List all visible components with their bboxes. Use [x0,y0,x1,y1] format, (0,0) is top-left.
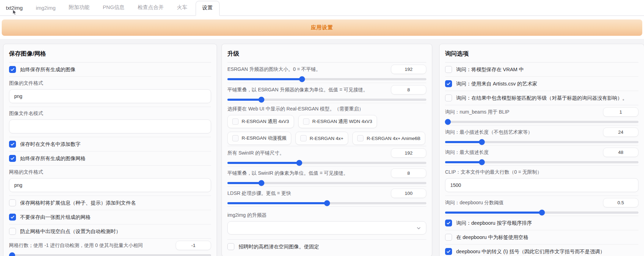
checkbox-unchecked[interactable] [445,66,452,73]
checkbox-checked[interactable] [445,220,452,226]
checkbox-unchecked[interactable] [445,234,452,241]
slider-track[interactable] [227,182,426,184]
setting-slider-row: 网格行数；使用 -1 进行自动检测，使用 0 使其与批量大小相同-1 [9,238,211,256]
chip-list: R-ESRGAN 通用 4xV3R-ESRGAN 通用 WDN 4xV3R-ES… [227,115,426,146]
slider-value-input[interactable]: 24 [603,127,638,137]
checkbox-unchecked[interactable] [232,118,239,125]
slider-knob[interactable] [539,210,545,216]
slider-value-input[interactable]: 100 [391,189,426,198]
slider-track[interactable] [227,202,426,204]
slider-head: 网格行数；使用 -1 进行自动检测，使用 0 使其与批量大小相同-1 [9,241,211,250]
setting-slider-row: 询问：deepbooru 分数阈值0.5 [445,196,638,216]
setting-checkbox-row: 询问：使用来自 Artists.csv 的艺术家 [445,76,638,91]
slider-track[interactable] [227,78,426,80]
setting-checkbox-row: deepbooru 中的转义 (\) 括号（因此它们用作文字括号而不是强调） [445,244,638,256]
slider-fill [445,212,542,214]
panel-title: 询问选项 [445,50,638,58]
text-input[interactable]: png [9,89,211,103]
checkbox-unchecked[interactable] [303,118,309,125]
tab-pnginfo[interactable]: PNG信息 [98,1,130,15]
checkbox-unchecked[interactable] [445,94,452,101]
slider-head: 所有 SwinIR 的平铺尺寸。192 [227,148,426,158]
slider-value-input[interactable]: -1 [176,241,211,250]
slider-knob[interactable] [479,159,485,165]
slider-knob[interactable] [259,97,265,103]
checkbox-unchecked[interactable] [232,135,239,141]
setting-checkbox-row: 招聘时的高档潜在空间图像。使固定 [227,239,426,254]
slider-track[interactable] [445,161,638,163]
setting-slider-row: 所有 SwinIR 的平铺尺寸。192 [227,146,426,166]
slider-knob[interactable] [9,253,15,256]
slider-track[interactable] [445,121,638,123]
slider-value-input[interactable]: 0.5 [603,198,638,207]
slider-fill [445,161,482,163]
slider-knob[interactable] [445,119,451,125]
field-label: 图像文件名模式 [9,110,211,117]
apply-settings-button[interactable]: 应用设置 [2,19,642,36]
checkbox-unchecked[interactable] [227,243,234,250]
slider-value-input[interactable]: 192 [391,65,426,74]
slider-track[interactable] [9,254,211,256]
checkbox-checked[interactable] [445,80,452,87]
group-label: 选择要在 Web UI 中显示的 Real-ESRGAN 模型。（需要重启） [227,106,426,112]
text-input[interactable]: png [9,178,211,192]
slider-track[interactable] [445,141,638,143]
text-input[interactable] [9,119,211,133]
tab-checkpoint-merger[interactable]: 检查点合并 [133,1,169,15]
panel-interrogate-header: 询问选项 [445,44,638,63]
slider-head: 询问：num_beams 用于 BLIP1 [445,107,638,117]
chip-label: R-ESRGAN 通用 WDN 4xV3 [312,118,373,125]
checkbox-label: 在 deepbooru 中为标签使用空格 [456,234,528,241]
slider-fill [227,99,262,101]
checkbox-label: 招聘时的高档潜在空间图像。使固定 [239,243,319,250]
model-chip[interactable]: R-ESRGAN 4x+ Anime6B [352,132,425,145]
field-label: CLIP：文本文件中的最大行数（0 = 无限制） [445,169,638,175]
slider-value-input[interactable]: 8 [391,168,426,178]
model-chip[interactable]: R-ESRGAN 通用 4xV3 [227,115,294,128]
slider-value-input[interactable]: 48 [603,148,638,157]
tab-settings[interactable]: 设置 [195,1,220,16]
slider-label: 平铺重叠，以 SwinIR 的像素为单位。低值 = 可见接缝。 [227,170,348,176]
checkbox-unchecked[interactable] [9,199,16,206]
setting-slider-row: ESRGAN 升频器的图块大小。0 = 不平铺。192 [227,63,426,83]
slider-label: 所有 SwinIR 的平铺尺寸。 [227,150,284,156]
slider-track[interactable] [227,99,426,101]
model-chip[interactable]: R-ESRGAN 4x+ [295,132,348,145]
slider-knob[interactable] [299,76,305,82]
slider-knob[interactable] [324,200,330,206]
setting-slider-row: 平铺重叠，以 SwinIR 的像素为单位。低值 = 可见接缝。8 [227,166,426,186]
tab-img2img[interactable]: img2img [31,1,61,15]
slider-value-input[interactable]: 1 [603,107,638,117]
checkbox-checked[interactable] [9,66,16,73]
slider-knob[interactable] [259,180,265,186]
model-chip[interactable]: R-ESRGAN 通用 WDN 4xV3 [298,115,377,128]
setting-text-row: 图像的文件格式png [9,76,211,107]
checkbox-checked[interactable] [445,248,452,255]
slider-label: 询问：最小描述长度（不包括艺术家等） [445,129,533,135]
setting-text-row: CLIP：文本文件中的最大行数（0 = 无限制）1500 [445,165,638,196]
checkbox-label: 防止网格中出现空白点（设置为自动检测时） [20,228,121,235]
field-label: 图像的文件格式 [9,80,211,86]
slider-value-input[interactable]: 8 [391,85,426,94]
slider-label: LDSR 处理步骤。更低 = 更快 [227,190,291,197]
checkbox-unchecked[interactable] [300,135,307,141]
tab-extras[interactable]: 附加功能 [64,1,95,15]
panel-upscale-header: 升级 [227,44,426,63]
setting-checkbox-row: 不要保存由一张图片组成的网格 [9,210,211,224]
checkbox-unchecked[interactable] [357,135,363,141]
slider-value-input[interactable]: 192 [391,148,426,158]
checkbox-unchecked[interactable] [9,228,16,235]
checkbox-checked[interactable] [9,155,16,162]
tab-train[interactable]: 火车 [172,1,193,15]
slider-knob[interactable] [479,139,485,145]
text-input[interactable]: 1500 [445,178,638,192]
upscaler-select[interactable] [227,221,426,234]
checkbox-checked[interactable] [9,141,16,148]
slider-head: 平铺重叠，以 ESRGAN 升频器的像素为单位。低值 = 可见接缝。8 [227,85,426,94]
slider-track[interactable] [445,212,638,214]
model-chip[interactable]: R-ESRGAN 动漫视频 [227,132,291,145]
slider-track[interactable] [227,162,426,164]
setting-slider-row: 询问：最小描述长度（不包括艺术家等）24 [445,125,638,145]
checkbox-checked[interactable] [9,214,16,221]
slider-knob[interactable] [296,160,302,166]
